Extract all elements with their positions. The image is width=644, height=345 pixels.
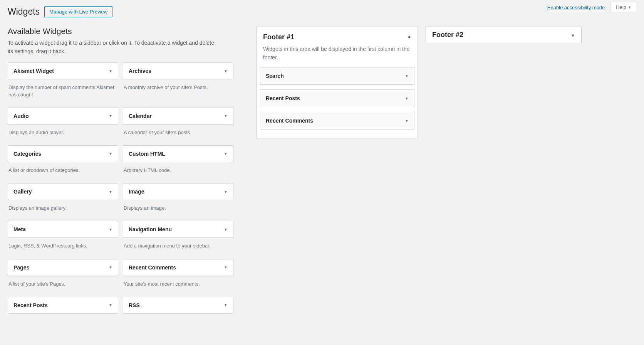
chevron-down-icon: ▼ <box>628 5 631 9</box>
manage-live-preview-button[interactable]: Manage with Live Preview <box>44 6 112 17</box>
available-widget-header[interactable]: Recent Posts▼ <box>8 297 118 314</box>
available-widget: Pages▼A list of your site's Pages. <box>8 259 118 293</box>
chevron-down-icon[interactable]: ▼ <box>224 151 228 156</box>
chevron-down-icon[interactable]: ▼ <box>109 265 112 269</box>
widget-title: Audio <box>13 113 29 119</box>
widget-title: Meta <box>13 226 26 232</box>
widget-title: Gallery <box>13 188 32 195</box>
enable-accessibility-link[interactable]: Enable accessibility mode <box>547 5 605 10</box>
available-widget-header[interactable]: Gallery▼ <box>8 183 118 200</box>
sidebar-widget-title: Recent Posts <box>266 95 300 101</box>
widget-area-title: Footer #2 <box>432 31 463 39</box>
widget-description: A list or dropdown of categories. <box>8 167 117 174</box>
widget-title: Custom HTML <box>129 151 165 157</box>
chevron-up-icon: ▲ <box>407 34 411 39</box>
available-widget: Image▼Displays an image. <box>123 183 233 217</box>
available-widget-header[interactable]: Pages▼ <box>8 259 118 276</box>
widget-description: Displays an image gallery. <box>8 205 117 212</box>
available-widget: Recent Comments▼Your site's most recent … <box>123 259 233 293</box>
available-widget: Akismet Widget▼Display the number of spa… <box>8 62 118 103</box>
widget-area-header[interactable]: Footer #2 ▼ <box>426 27 581 43</box>
available-widget-header[interactable]: RSS▼ <box>123 297 233 314</box>
widget-title: Navigation Menu <box>129 226 172 232</box>
widget-title: RSS <box>129 302 140 308</box>
available-widget: Meta▼Login, RSS, & WordPress.org links. <box>8 221 118 255</box>
available-widget-header[interactable]: Calendar▼ <box>123 108 233 125</box>
chevron-down-icon[interactable]: ▼ <box>109 190 112 194</box>
available-widget-header[interactable]: Recent Comments▼ <box>123 259 233 276</box>
widget-title: Pages <box>13 264 29 271</box>
widget-title: Akismet Widget <box>13 68 54 74</box>
chevron-down-icon[interactable]: ▼ <box>109 151 112 156</box>
sidebar-widget-title: Recent Comments <box>266 118 313 124</box>
chevron-down-icon[interactable]: ▼ <box>224 190 228 194</box>
widget-title: Image <box>129 188 144 195</box>
chevron-down-icon: ▼ <box>571 33 575 38</box>
available-widget: Audio▼Displays an audio player. <box>8 108 118 141</box>
widget-area-description: Widgets in this area will be displayed i… <box>257 45 418 67</box>
available-widget: Categories▼A list or dropdown of categor… <box>8 145 118 179</box>
available-widget-header[interactable]: Categories▼ <box>8 145 118 162</box>
widget-description: A monthly archive of your site's Posts. <box>124 84 233 91</box>
widget-title: Recent Posts <box>13 302 48 308</box>
widget-description: Displays an audio player. <box>8 129 117 136</box>
chevron-down-icon: ▼ <box>405 119 409 123</box>
widget-title: Archives <box>129 68 151 74</box>
sidebar-widget-item[interactable]: Recent Posts▼ <box>260 89 414 107</box>
widget-description: Display the number of spam comments Akis… <box>8 84 117 98</box>
widget-area-footer-2: Footer #2 ▼ <box>426 27 582 43</box>
sidebar-widget-item[interactable]: Search▼ <box>260 67 414 85</box>
widget-area-title: Footer #1 <box>263 33 294 41</box>
chevron-down-icon[interactable]: ▼ <box>224 303 228 307</box>
available-widget: Archives▼A monthly archive of your site'… <box>123 62 233 103</box>
chevron-down-icon[interactable]: ▼ <box>224 114 228 118</box>
widget-description: Login, RSS, & WordPress.org links. <box>8 242 117 249</box>
available-widget: Gallery▼Displays an image gallery. <box>8 183 118 217</box>
widget-description: Arbitrary HTML code. <box>124 167 233 174</box>
available-widget: Calendar▼A calendar of your site's posts… <box>123 108 233 141</box>
available-widget-header[interactable]: Custom HTML▼ <box>123 145 233 162</box>
widget-description: A list of your site's Pages. <box>8 281 117 288</box>
available-widget: RSS▼ <box>123 297 233 314</box>
widget-description: Add a navigation menu to your sidebar. <box>124 242 233 249</box>
available-widgets-heading: Available Widgets <box>8 27 233 36</box>
available-widget: Navigation Menu▼Add a navigation menu to… <box>123 221 233 255</box>
sidebar-widget-title: Search <box>266 73 284 79</box>
widget-title: Recent Comments <box>129 264 176 271</box>
available-widget: Recent Posts▼ <box>8 297 118 314</box>
available-widget-header[interactable]: Navigation Menu▼ <box>123 221 233 238</box>
chevron-down-icon[interactable]: ▼ <box>109 69 112 73</box>
chevron-down-icon[interactable]: ▼ <box>109 227 112 232</box>
available-widget-header[interactable]: Akismet Widget▼ <box>8 62 118 79</box>
widget-area-header[interactable]: Footer #1 ▲ <box>257 27 418 45</box>
page-title: Widgets <box>8 7 40 17</box>
widget-description: A calendar of your site's posts. <box>124 129 233 136</box>
chevron-down-icon[interactable]: ▼ <box>109 114 112 118</box>
available-widget-header[interactable]: Archives▼ <box>123 62 233 79</box>
available-widget-header[interactable]: Audio▼ <box>8 108 118 125</box>
widget-area-footer-1: Footer #1 ▲ Widgets in this area will be… <box>257 27 418 138</box>
widget-title: Categories <box>13 151 41 157</box>
available-widget-header[interactable]: Meta▼ <box>8 221 118 238</box>
help-tab-label: Help <box>616 4 626 10</box>
available-widget: Custom HTML▼Arbitrary HTML code. <box>123 145 233 179</box>
available-widgets-description: To activate a widget drag it to a sideba… <box>8 39 216 56</box>
widget-title: Calendar <box>129 113 152 119</box>
chevron-down-icon: ▼ <box>405 74 409 78</box>
chevron-down-icon[interactable]: ▼ <box>224 69 228 73</box>
sidebar-widget-item[interactable]: Recent Comments▼ <box>260 112 414 130</box>
chevron-down-icon[interactable]: ▼ <box>224 227 228 232</box>
help-tab[interactable]: Help ▼ <box>610 2 636 12</box>
chevron-down-icon[interactable]: ▼ <box>224 265 228 269</box>
available-widget-header[interactable]: Image▼ <box>123 183 233 200</box>
chevron-down-icon: ▼ <box>405 96 409 101</box>
chevron-down-icon[interactable]: ▼ <box>109 303 112 307</box>
widget-description: Your site's most recent comments. <box>124 281 233 288</box>
widget-description: Displays an image. <box>124 205 233 212</box>
